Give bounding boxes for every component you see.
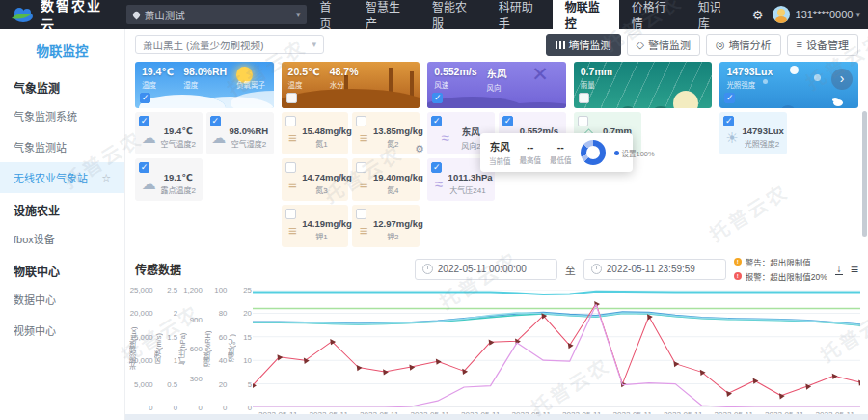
carousel-next-button[interactable]: › xyxy=(831,69,853,90)
toolbar-button-3[interactable]: ◎墒情分析 xyxy=(706,34,781,56)
sensor-checkbox[interactable] xyxy=(578,116,588,126)
settings-gear-icon[interactable]: ⚙ xyxy=(752,8,764,22)
sidebar-item-label: 无线农业气象站 xyxy=(14,170,88,185)
toolbar-button-4[interactable]: ≡设备管理 xyxy=(787,34,858,56)
legend-dot-icon: ! xyxy=(734,258,742,266)
sensor-card[interactable]: ✓☀14793Lux光照强度2 xyxy=(719,112,787,154)
sidebar-item[interactable]: 气象监测站 xyxy=(0,131,124,162)
sensor-settings-gear-icon[interactable]: ⚙ xyxy=(415,143,424,155)
nav-item-2[interactable]: 智慧生产 xyxy=(353,0,420,29)
user-menu-chevron-icon[interactable]: ▾ xyxy=(855,10,860,19)
sensor-card[interactable]: ✓☁19.1℃露点温度2 xyxy=(135,158,203,201)
sensor-label: 氮3 xyxy=(302,184,341,195)
sensor-checkbox[interactable]: ✓ xyxy=(502,116,513,126)
sensor-card-text: 14.19mg/kg钾1 xyxy=(302,218,341,241)
weather-stat-value: 48.7% xyxy=(330,66,359,77)
sensor-checkbox[interactable]: ✓ xyxy=(431,116,442,126)
weather-card-rain[interactable]: 0.7mm雨量 xyxy=(574,62,713,108)
sensor-value: 14793Lux xyxy=(743,126,782,136)
y-axis-tick: 2 xyxy=(174,309,177,318)
weather-card-stats: 14793Lux光照强度 xyxy=(726,66,773,90)
clock-icon xyxy=(422,264,433,274)
sensor-card[interactable]: ≡15.48mg/kg氮1 xyxy=(282,112,349,154)
toolbar-button-2[interactable]: ◇警情监测 xyxy=(627,34,700,56)
weather-stat: 19.4℃温度 xyxy=(142,66,174,90)
sensor-checkbox[interactable] xyxy=(356,116,366,126)
sensor-card[interactable]: ≡12.97mg/kg钾2 xyxy=(352,205,420,247)
section-title: 传感数据 xyxy=(135,261,181,277)
chart-line-cyan-flat xyxy=(253,292,860,294)
alert-legend: !警告：超出限制值!报警：超出限制值20% xyxy=(734,256,827,282)
sidebar-item[interactable]: 气象监测系统 xyxy=(0,100,124,131)
weather-card-checkbox[interactable] xyxy=(579,93,589,103)
sidebar-item[interactable]: 视频中心 xyxy=(0,315,124,346)
sidebar-item[interactable]: 无线农业气象站☆ xyxy=(0,162,124,193)
nav-item-5[interactable]: 物联监控 xyxy=(553,0,619,29)
weather-stat-value: 0.552m/s xyxy=(434,66,476,77)
weather-card-checkbox[interactable]: ✓ xyxy=(724,93,735,103)
user-avatar[interactable] xyxy=(773,6,790,23)
range-separator: 至 xyxy=(565,262,576,277)
sensor-checkbox[interactable] xyxy=(285,116,296,126)
y-axis-name: 温度(℃) xyxy=(228,290,236,407)
sensor-checkbox[interactable] xyxy=(285,162,296,173)
date-from-value: 2022-05-11 00:00:00 xyxy=(438,264,527,274)
weather-stat: 98.0%RH湿度 xyxy=(183,66,227,90)
sensor-checkbox[interactable]: ✓ xyxy=(431,162,442,173)
weather-card-wind[interactable]: 0.552m/s风速东风风向✓ xyxy=(427,62,566,108)
sensor-card[interactable]: ✓☁98.0%RH空气湿度2 xyxy=(206,112,274,154)
sensor-value: 19.1℃ xyxy=(161,172,196,182)
sensor-label: 氮1 xyxy=(302,138,341,149)
y-axis-tick: 1 xyxy=(174,356,177,365)
sensor-checkbox[interactable] xyxy=(356,162,366,173)
sensor-checkbox[interactable]: ✓ xyxy=(723,116,734,126)
tooltip-stat-value: 东风 xyxy=(489,139,511,154)
sidebar-item-label: 视频中心 xyxy=(14,322,56,338)
sensor-card[interactable]: ≡14.19mg/kg钾1 xyxy=(282,205,349,247)
star-icon[interactable]: ☆ xyxy=(101,172,111,184)
weather-card-checkbox[interactable]: ✓ xyxy=(140,93,150,103)
chevron-down-icon: ▾ xyxy=(312,40,316,49)
weather-card-checkbox[interactable] xyxy=(286,93,297,103)
weather-stat: 负氧离子 xyxy=(236,66,265,90)
download-icon[interactable]: ↓ xyxy=(835,264,843,275)
weather-card-sky[interactable]: 19.4℃温度98.0%RH湿度负氧离子✓ xyxy=(135,62,274,108)
sidebar-group-label: 气象监测 xyxy=(0,70,124,100)
toolbar-button-label: 墒情分析 xyxy=(729,37,772,52)
sidebar-item[interactable]: 数据中心 xyxy=(0,284,124,315)
soil-icon: ≡ xyxy=(288,223,297,238)
date-from-input[interactable]: 2022-05-11 00:00:00 xyxy=(415,259,557,280)
nav-item-3[interactable]: 智能农服 xyxy=(420,0,486,29)
location-select[interactable]: 萧山测试 ▾ xyxy=(126,5,308,24)
sensor-checkbox[interactable]: ✓ xyxy=(139,162,149,173)
sensor-card[interactable]: ≡13.85mg/kg氮2 xyxy=(352,112,420,154)
sensor-card[interactable]: ≡19.40mg/kg氮4 xyxy=(352,158,420,201)
list-icon[interactable]: ≡ xyxy=(851,263,858,276)
toolbar-button-1[interactable]: 墒情监测 xyxy=(546,34,621,56)
toolbar-button-label: 墒情监测 xyxy=(569,37,611,52)
sensor-checkbox[interactable]: ✓ xyxy=(139,116,149,126)
chart-plot-area[interactable] xyxy=(253,290,860,407)
weather-stat-label: 温度 xyxy=(288,79,320,90)
user-phone[interactable]: 131****0000 xyxy=(796,9,854,20)
legend-label: 报警：超出限制值20% xyxy=(746,270,827,282)
sensor-checkbox[interactable] xyxy=(356,209,366,219)
date-to-input[interactable]: 2022-05-11 23:59:59 xyxy=(583,259,726,280)
sun-icon: ☀ xyxy=(725,130,738,145)
sensor-checkbox[interactable] xyxy=(285,209,296,219)
chart-marker-triangle xyxy=(486,338,494,346)
nav-item-4[interactable]: 科研助手 xyxy=(486,0,553,29)
station-select[interactable]: 萧山黑土 (流量少勿刷视频) ▾ xyxy=(135,35,324,54)
sidebar-item[interactable]: fbox设备 xyxy=(0,223,124,254)
sensor-card[interactable]: ≡14.74mg/kg氮3 xyxy=(282,158,349,201)
weather-card-soil[interactable]: 20.5℃温度48.7%水分 xyxy=(282,62,420,108)
vertical-scrollbar[interactable] xyxy=(862,111,867,237)
sensor-card[interactable]: ✓☁19.4℃空气温度2 xyxy=(135,112,203,154)
weather-card-checkbox[interactable]: ✓ xyxy=(432,93,443,103)
nav-item-1[interactable]: 首页 xyxy=(307,0,352,29)
y-axis-tick: 600 xyxy=(190,345,203,353)
tooltip-stat-value: -- xyxy=(520,141,542,153)
nav-item-6[interactable]: 价格行情 xyxy=(619,0,686,29)
sensor-checkbox[interactable]: ✓ xyxy=(210,116,221,126)
nav-item-7[interactable]: 知识库 xyxy=(686,0,742,29)
